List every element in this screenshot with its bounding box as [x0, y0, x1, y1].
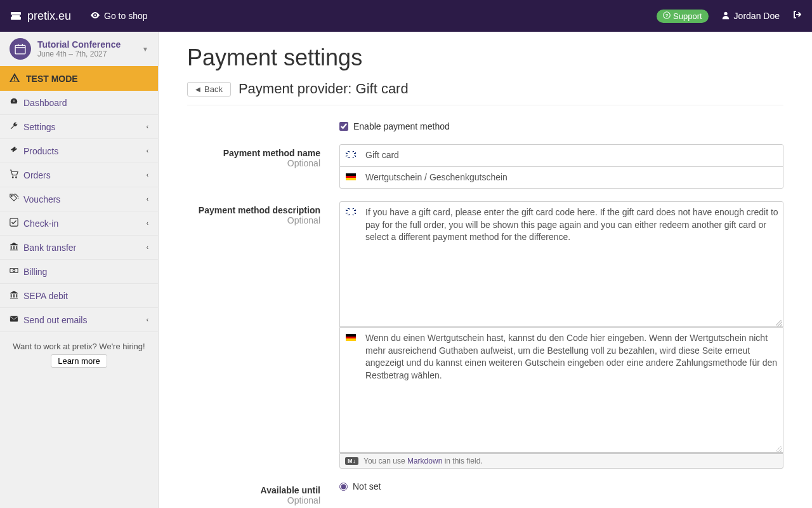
back-label: Back — [204, 84, 223, 94]
svg-rect-0 — [11, 12, 21, 20]
calendar-icon — [10, 38, 31, 60]
caret-down-icon: ▼ — [142, 46, 148, 53]
institution-icon — [10, 242, 22, 253]
flag-de-icon — [346, 334, 356, 341]
sidebar-item-orders[interactable]: Orders‹ — [0, 163, 158, 187]
sidebar-item-settings[interactable]: Settings‹ — [0, 115, 158, 139]
cart-icon — [10, 170, 22, 180]
description-input-en[interactable] — [362, 202, 783, 326]
sidebar-item-dashboard[interactable]: Dashboard — [0, 91, 158, 115]
svg-point-3 — [20, 15, 22, 17]
name-input-de[interactable] — [362, 167, 783, 189]
chevron-left-icon: ‹ — [147, 220, 148, 227]
brand-icon — [10, 10, 22, 22]
description-input-de[interactable] — [362, 328, 783, 452]
sidebar-item-label: SEPA debit — [23, 291, 68, 301]
description-helptext: M↓ You can use Markdown in this field. — [339, 453, 783, 469]
check-icon — [10, 218, 22, 229]
sidebar-item-label: Products — [23, 146, 58, 156]
flag-de-icon — [346, 173, 356, 180]
user-name: Jordan Doe — [734, 11, 780, 21]
brand-link[interactable]: pretix.eu — [10, 10, 71, 23]
hiring-notice: Want to work at pretix? We're hiring! Le… — [0, 332, 158, 377]
chevron-left-icon: ‹ — [147, 171, 148, 178]
sidebar-item-send-out-emails[interactable]: Send out emails‹ — [0, 308, 158, 332]
tags-icon — [10, 194, 22, 204]
sidebar-item-label: Settings — [23, 122, 56, 132]
caret-left-icon: ◀ — [195, 86, 200, 93]
sidebar-item-label: Send out emails — [23, 315, 87, 325]
sidebar-item-label: Bank transfer — [23, 243, 76, 253]
enable-label: Enable payment method — [353, 121, 450, 131]
envelope-icon — [10, 314, 22, 325]
testmode-banner: TEST MODE — [0, 66, 158, 91]
description-optional: Optional — [187, 215, 320, 225]
svg-point-6 — [724, 11, 727, 15]
page-subtitle: Payment provider: Gift card — [239, 81, 409, 97]
svg-point-2 — [10, 15, 12, 17]
available-until-label: Available until — [261, 485, 320, 495]
chevron-left-icon: ‹ — [147, 244, 148, 251]
svg-rect-7 — [15, 45, 25, 54]
main-content: Payment settings ◀ Back Payment provider… — [159, 32, 812, 508]
logout-button[interactable] — [792, 10, 802, 22]
money-icon — [10, 266, 22, 277]
goto-shop-label: Go to shop — [104, 11, 148, 21]
chevron-left-icon: ‹ — [147, 316, 148, 323]
event-title: Tutorial Conference — [37, 39, 142, 50]
sidebar: Tutorial Conference June 4th – 7th, 2027… — [0, 32, 159, 508]
eye-icon — [90, 10, 100, 22]
testmode-label: TEST MODE — [26, 74, 78, 84]
event-switcher[interactable]: Tutorial Conference June 4th – 7th, 2027… — [0, 32, 158, 66]
sidebar-item-label: Orders — [23, 170, 51, 180]
name-input-en[interactable] — [362, 145, 783, 166]
svg-rect-14 — [10, 316, 18, 322]
chevron-left-icon: ‹ — [147, 196, 148, 203]
markdown-link[interactable]: Markdown — [407, 457, 442, 465]
dashboard-icon — [10, 97, 22, 108]
hiring-text: Want to work at pretix? We're hiring! — [13, 342, 145, 351]
name-optional: Optional — [187, 158, 320, 168]
sidebar-item-vouchers[interactable]: Vouchers‹ — [0, 187, 158, 211]
svg-rect-12 — [10, 269, 18, 273]
question-circle-icon: ? — [663, 11, 671, 21]
enable-checkbox[interactable] — [339, 122, 348, 131]
chevron-left-icon: ‹ — [147, 123, 148, 130]
svg-text:?: ? — [665, 13, 669, 18]
sidebar-item-label: Check-in — [23, 218, 58, 229]
flag-gb-icon — [346, 208, 356, 215]
user-menu[interactable]: Jordan Doe — [721, 11, 780, 22]
available-until-optional: Optional — [187, 495, 320, 505]
back-button[interactable]: ◀ Back — [187, 82, 231, 97]
sidebar-item-products[interactable]: Products‹ — [0, 139, 158, 163]
name-label: Payment method name — [223, 148, 320, 158]
page-title: Payment settings — [187, 44, 783, 71]
user-icon — [721, 11, 730, 22]
sidebar-item-label: Billing — [23, 267, 47, 277]
svg-point-13 — [13, 269, 15, 272]
notset-radio-row[interactable]: Not set — [339, 481, 783, 491]
support-button[interactable]: ? Support — [657, 10, 709, 23]
chevron-left-icon: ‹ — [147, 147, 148, 154]
sidebar-item-sepa-debit[interactable]: SEPA debit — [0, 284, 158, 308]
warning-icon — [10, 72, 20, 84]
sidebar-item-check-in[interactable]: Check-in‹ — [0, 211, 158, 236]
description-label: Payment method description — [199, 205, 320, 215]
brand-name: pretix.eu — [27, 10, 71, 23]
event-date: June 4th – 7th, 2027 — [37, 50, 142, 58]
goto-shop-link[interactable]: Go to shop — [90, 10, 148, 22]
sidebar-item-bank-transfer[interactable]: Bank transfer‹ — [0, 236, 158, 260]
svg-rect-1 — [11, 15, 21, 15]
top-navbar: pretix.eu Go to shop ? Support Jordan Do… — [0, 0, 812, 32]
ticket-icon — [10, 145, 22, 156]
notset-label: Not set — [353, 481, 381, 491]
wrench-icon — [10, 121, 22, 132]
sidebar-item-billing[interactable]: Billing — [0, 260, 158, 284]
learn-more-button[interactable]: Learn more — [51, 354, 107, 368]
flag-gb-icon — [346, 151, 356, 158]
enable-checkbox-row[interactable]: Enable payment method — [339, 121, 783, 131]
sidebar-item-label: Vouchers — [23, 194, 60, 204]
notset-radio[interactable] — [339, 483, 348, 491]
sidebar-item-label: Dashboard — [23, 98, 67, 108]
support-label: Support — [673, 11, 702, 21]
